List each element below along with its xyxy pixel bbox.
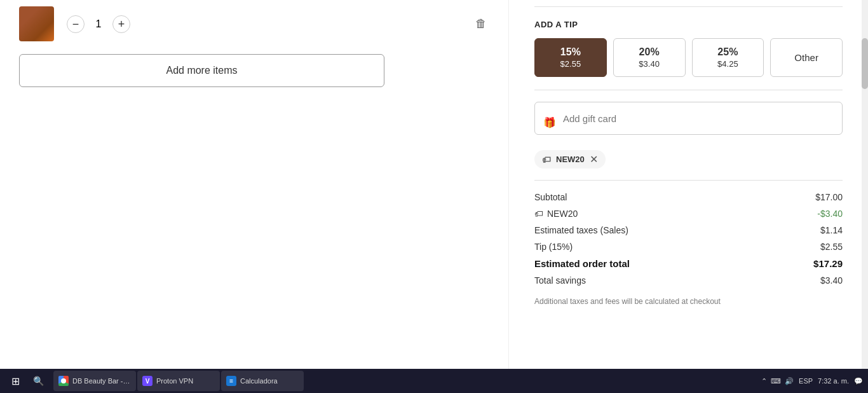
tip-20-amount: $3.40 [619,59,680,69]
promo-remove-button[interactable]: ✕ [590,153,598,165]
quantity-controls: − 1 + [67,15,130,33]
promo-row-label: 🏷 NEW20 [534,209,578,219]
left-panel: − 1 + 🗑 Add more items [0,0,508,369]
subtotal-row: Subtotal $17.00 [534,192,843,202]
promo-tag-icon: 🏷 [534,209,543,219]
add-tip-label: ADD A TIP [534,20,843,29]
search-button[interactable]: 🔍 [28,371,48,391]
total-row: Estimated order total $17.29 [534,258,843,269]
taskbar-system-icons: ⌃ ⌨ 🔊 [761,377,794,385]
quantity-value: 1 [92,18,105,30]
taskbar-right: ⌃ ⌨ 🔊 ESP 7:32 a. m. 💬 [761,377,863,385]
tip-value: $2.55 [820,242,843,252]
subtotal-label: Subtotal [534,192,567,202]
taxes-row: Estimated taxes (Sales) $1.14 [534,225,843,235]
tip-other-button[interactable]: Other [770,38,843,77]
tip-20-percent: 20% [619,46,680,58]
taskbar: ⊞ 🔍 DB Beauty Bar - Goog... V Proton VPN… [0,369,868,393]
taskbar-app-calc[interactable]: = Calculadora [221,371,304,391]
tip-row: Tip (15%) $2.55 [534,242,843,252]
taskbar-apps: DB Beauty Bar - Goog... V Proton VPN = C… [53,371,304,391]
add-more-button[interactable]: Add more items [19,54,384,87]
right-panel: ADD A TIP 15% $2.55 20% $3.40 25% $4.25 … [508,0,868,369]
gift-card-wrapper: 🎁 [534,102,843,142]
chevron-up-icon[interactable]: ⌃ [761,377,767,385]
taskbar-app-chrome[interactable]: DB Beauty Bar - Goog... [53,371,136,391]
gift-icon: 🎁 [543,116,556,128]
taskbar-time: 7:32 a. m. [818,377,849,385]
tip-15-percent: 15% [540,46,601,58]
promo-row: 🏷 NEW20 -$3.40 [534,209,843,219]
time-display: 7:32 a. m. [818,377,849,385]
delete-button[interactable]: 🗑 [473,15,489,33]
tag-icon: 🏷 [542,155,551,165]
tip-25-amount: $4.25 [698,59,759,69]
decrease-button[interactable]: − [67,15,85,33]
promo-row-code: NEW20 [547,209,578,219]
taxes-label: Estimated taxes (Sales) [534,225,628,235]
protonvpn-icon: V [142,376,153,386]
calc-icon: = [226,376,236,386]
speaker-icon[interactable]: 🔊 [785,377,794,385]
promo-row-value: -$3.40 [817,209,843,219]
increase-button[interactable]: + [112,15,130,33]
summary-rows: Subtotal $17.00 🏷 NEW20 -$3.40 Estimated… [534,192,843,306]
promo-code: NEW20 [556,155,585,164]
taxes-value: $1.14 [820,225,843,235]
scrollbar[interactable] [862,0,868,369]
taskbar-app-protonvpn[interactable]: V Proton VPN [137,371,220,391]
chrome-icon [58,376,69,386]
quantity-row: − 1 + 🗑 [19,6,489,41]
gift-card-input[interactable] [534,102,843,135]
savings-row: Total savings $3.40 [534,275,843,286]
tip-options: 15% $2.55 20% $3.40 25% $4.25 Other [534,38,843,77]
promo-badge: 🏷 NEW20 ✕ [534,150,606,169]
tip-divider [534,90,843,90]
tip-label: Tip (15%) [534,242,573,252]
scrollbar-thumb[interactable] [862,38,868,89]
app-chrome-label: DB Beauty Bar - Goog... [72,377,131,385]
language-label[interactable]: ESP [799,377,813,385]
tip-25-button[interactable]: 25% $4.25 [692,38,764,77]
start-button[interactable]: ⊞ [5,371,25,391]
tip-20-button[interactable]: 20% $3.40 [613,38,686,77]
total-value: $17.29 [813,258,843,269]
tip-15-amount: $2.55 [540,59,601,69]
total-label: Estimated order total [534,258,630,269]
summary-divider [534,180,843,181]
top-divider [534,6,843,7]
subtotal-value: $17.00 [815,192,843,202]
avatar [19,6,54,41]
keyboard-icon: ⌨ [771,377,781,385]
summary-note: Additional taxes and fees will be calcul… [534,297,843,306]
savings-label: Total savings [534,275,586,286]
app-protonvpn-label: Proton VPN [156,377,193,385]
tip-15-button[interactable]: 15% $2.55 [534,38,607,77]
notification-icon[interactable]: 💬 [854,377,863,385]
tip-25-percent: 25% [698,46,759,58]
savings-value: $3.40 [820,275,843,286]
app-calc-label: Calculadora [240,377,278,385]
